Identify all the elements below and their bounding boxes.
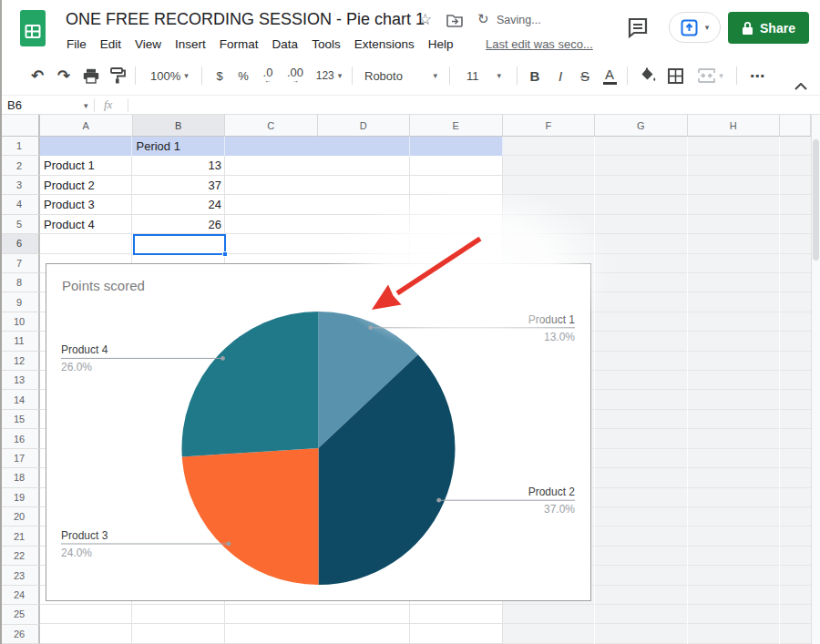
row-header-21[interactable]: 21 [0, 526, 40, 546]
menu-data[interactable]: Data [272, 36, 300, 53]
selected-cell-outline[interactable] [133, 234, 227, 254]
column-header-B[interactable]: B [133, 115, 226, 137]
menu-help[interactable]: Help [427, 36, 455, 53]
undo-icon[interactable]: ↶ [26, 56, 49, 95]
menu-format[interactable]: Format [219, 36, 260, 53]
fill-color-icon[interactable] [635, 56, 661, 95]
present-button[interactable]: ▾ [669, 12, 721, 43]
text-color-button[interactable]: A [598, 56, 621, 95]
menu-view[interactable]: View [134, 36, 162, 53]
select-all-corner[interactable] [0, 115, 40, 137]
toolbar-separator [627, 66, 628, 85]
row-header-16[interactable]: 16 [0, 429, 40, 448]
zoom-select[interactable]: 100%▾ [144, 56, 195, 95]
italic-button[interactable]: I [548, 56, 572, 95]
row1-highlight [40, 137, 503, 156]
present-dropdown-caret[interactable]: ▾ [705, 23, 710, 32]
more-formats-button[interactable]: 123▾ [310, 56, 348, 95]
row-header-23[interactable]: 23 [0, 566, 40, 585]
row-header-12[interactable]: 12 [0, 352, 40, 371]
column-header-F[interactable]: F [503, 115, 596, 137]
menu-edit[interactable]: Edit [99, 36, 122, 53]
cell-B2[interactable]: 13 [133, 156, 226, 175]
sheets-logo-icon[interactable] [20, 10, 46, 50]
row-header-11[interactable]: 11 [0, 332, 40, 351]
column-header-C[interactable]: C [225, 115, 318, 137]
row-header-4[interactable]: 4 [0, 195, 40, 214]
column-header-H[interactable]: H [688, 115, 781, 137]
menu-file[interactable]: File [66, 36, 87, 53]
decrease-decimal-icon[interactable]: .0← [255, 56, 281, 95]
row-header-2[interactable]: 2 [0, 156, 40, 175]
last-edit-link[interactable]: Last edit was seco... [486, 37, 593, 51]
cell-A3[interactable]: Product 2 [40, 176, 133, 195]
pie-slice-1[interactable] [319, 312, 418, 448]
column-header-E[interactable]: E [410, 115, 503, 137]
star-icon[interactable]: ☆ [418, 10, 432, 29]
row-header-10[interactable]: 10 [0, 312, 40, 332]
borders-icon[interactable] [662, 56, 688, 95]
row-header-18[interactable]: 18 [0, 468, 40, 487]
cell-B5[interactable]: 26 [133, 215, 226, 234]
paint-format-icon[interactable] [106, 56, 129, 95]
row-header-20[interactable]: 20 [0, 507, 40, 526]
font-size-select[interactable]: 11▾ [457, 56, 510, 95]
cell-A5[interactable]: Product 4 [40, 215, 133, 234]
row-header-1[interactable]: 1 [0, 137, 40, 156]
redo-icon[interactable]: ↷ [52, 56, 76, 95]
row-header-14[interactable]: 14 [0, 390, 40, 409]
row-header-9[interactable]: 9 [0, 292, 40, 312]
row-header-6[interactable]: 6 [0, 234, 40, 253]
comment-history-icon[interactable] [627, 16, 650, 43]
cell-B1[interactable]: Period 1 [133, 137, 226, 156]
row-header-24[interactable]: 24 [0, 586, 40, 605]
bold-button[interactable]: B [523, 56, 547, 95]
column-header-G[interactable]: G [595, 115, 688, 137]
move-to-folder-icon[interactable] [446, 14, 464, 31]
name-box[interactable]: B6 ▾ [7, 98, 22, 112]
menu-extensions[interactable]: Extensions [354, 36, 415, 53]
pie-slice-2[interactable] [319, 354, 456, 585]
embedded-chart[interactable]: Points scored Product 113.0%Product 237.… [46, 263, 591, 601]
menu-insert[interactable]: Insert [174, 36, 207, 53]
more-toolbar-icon[interactable]: ⋯ [743, 56, 771, 95]
row-header-22[interactable]: 22 [0, 547, 40, 566]
font-family-select[interactable]: Roboto▾ [359, 56, 443, 95]
menu-tools[interactable]: Tools [311, 36, 342, 53]
cell-B4[interactable]: 24 [133, 195, 226, 214]
row-header-25[interactable]: 25 [0, 605, 40, 624]
pie-slice-4[interactable] [182, 312, 319, 456]
row-header-7[interactable]: 7 [0, 254, 40, 273]
column-header-D[interactable]: D [318, 115, 411, 137]
cell-A4[interactable]: Product 3 [40, 195, 133, 214]
row-header-17[interactable]: 17 [0, 449, 40, 468]
format-percent-icon[interactable]: % [231, 56, 255, 95]
cell-A2[interactable]: Product 1 [40, 156, 133, 175]
merge-caret: ▾ [719, 71, 723, 80]
pie-slice-3[interactable] [182, 448, 319, 585]
document-title[interactable]: ONE FREE RECORDING SESSION - Pie chart 1 [66, 10, 425, 29]
print-icon[interactable] [79, 56, 103, 95]
formula-input[interactable] [137, 97, 802, 114]
row-header-19[interactable]: 19 [0, 488, 40, 507]
scrollbar-thumb[interactable] [813, 139, 819, 261]
strikethrough-button[interactable]: S [573, 56, 597, 95]
row-header-15[interactable]: 15 [0, 410, 40, 429]
slice-label: Product 4 [61, 343, 108, 356]
column-header-partial[interactable] [780, 115, 811, 137]
row-header-3[interactable]: 3 [0, 176, 40, 195]
row-header-26[interactable]: 26 [0, 625, 40, 644]
increase-decimal-icon[interactable]: .00→ [281, 56, 310, 95]
row-header-13[interactable]: 13 [0, 371, 40, 390]
fill-handle[interactable] [222, 251, 228, 257]
row-header-5[interactable]: 5 [0, 215, 40, 234]
name-box-caret[interactable]: ▾ [84, 101, 88, 110]
column-header-A[interactable]: A [40, 115, 133, 137]
share-button[interactable]: Share [728, 12, 809, 44]
row-header-8[interactable]: 8 [0, 273, 40, 292]
title-bar: ONE FREE RECORDING SESSION - Pie chart 1… [0, 0, 820, 56]
format-currency-icon[interactable]: $ [208, 56, 231, 95]
cell-B3[interactable]: 37 [133, 176, 226, 195]
slice-percent: 24.0% [61, 547, 92, 559]
slice-label: Product 2 [528, 486, 576, 498]
